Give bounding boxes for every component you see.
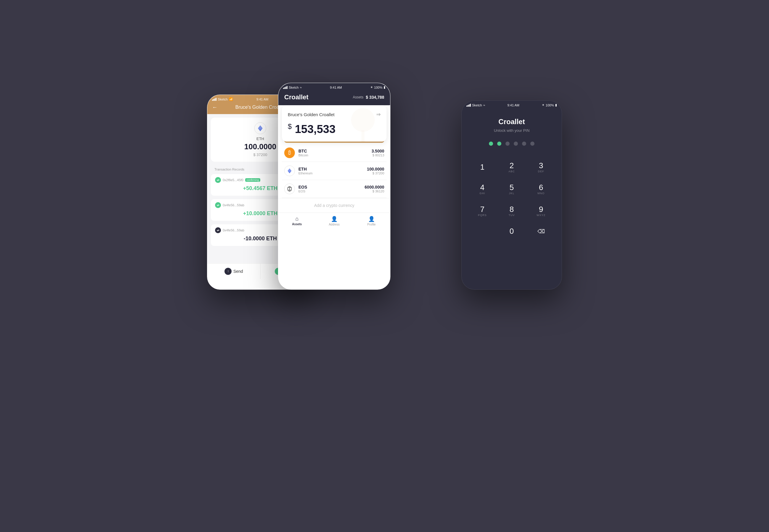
key-7[interactable]: 7 PQRS xyxy=(468,200,497,222)
pin-dot-4 xyxy=(514,142,518,146)
btc-symbol: BTC xyxy=(298,149,368,153)
key-0[interactable]: 0 xyxy=(497,222,526,241)
send-button[interactable]: ↑ Send xyxy=(207,264,260,279)
battery-right: 100% xyxy=(546,103,554,107)
bluetooth-icon-right: ✴ xyxy=(542,103,545,107)
crypto-item-eos[interactable]: EOS EOS 6000.0000 $ 36120 xyxy=(282,180,387,198)
status-bar-right: Sketch ≈ 9:41 AM ✴ 100% ▮ xyxy=(462,101,562,109)
eth-usd: $ 37200 xyxy=(253,153,267,157)
eos-name: EOS xyxy=(298,189,361,193)
eth-amount-center: 100.0000 xyxy=(367,167,384,171)
pin-dot-2 xyxy=(497,142,501,146)
eth-amount: 100.0000 xyxy=(244,142,276,151)
nav-assets[interactable]: ⌂ Assets xyxy=(278,213,315,228)
key-4[interactable]: 4 GHI xyxy=(468,178,497,200)
btc-info: BTC Bitcoin xyxy=(298,149,368,157)
assets-icon: ⌂ xyxy=(295,216,299,222)
key-6[interactable]: 6 MNO xyxy=(527,178,556,200)
crypto-list: ₿ BTC Bitcoin 3.5000 $ 80213 xyxy=(278,144,390,198)
profile-icon: 👤 xyxy=(368,216,375,222)
key-3[interactable]: 3 DEF xyxy=(527,156,556,178)
wifi-icon-right: ≈ xyxy=(483,103,485,107)
key-5-num: 5 xyxy=(510,184,514,191)
svg-line-4 xyxy=(354,141,363,142)
scene: Sketch 📶 9:41 AM 📶 100% ▮ ← Bruce's Gold… xyxy=(207,59,562,473)
eos-usd: $ 36120 xyxy=(365,189,384,193)
eth-info: ETH Ethereum xyxy=(298,167,363,175)
battery-center: 100% xyxy=(374,86,382,89)
pin-content: Croallet Unlock with your PIN 1 2 A xyxy=(462,109,562,247)
back-button[interactable]: ← xyxy=(212,104,217,111)
address-nav-label: Address xyxy=(329,223,340,226)
carrier-center: Sketch xyxy=(289,86,299,89)
key-6-letters: MNO xyxy=(538,192,545,195)
eth-values: 100.0000 $ 37200 xyxy=(367,167,384,175)
key-5[interactable]: 5 JKL xyxy=(497,178,526,200)
pin-keypad: 1 2 ABC 3 DEF 4 GHI 5 JKL xyxy=(468,156,556,241)
svg-line-5 xyxy=(363,141,372,142)
tree-bg-icon xyxy=(336,105,387,142)
btc-name: Bitcoin xyxy=(298,153,368,157)
eth-symbol: ETH xyxy=(298,167,363,171)
assets-value: $ 334,788 xyxy=(366,95,384,100)
key-4-num: 4 xyxy=(480,184,484,191)
tx-icon-3: ⇄ xyxy=(215,227,221,233)
key-1-num: 1 xyxy=(480,163,484,171)
tx-addr-2: 0x4fe56...59ab xyxy=(223,203,244,207)
key-3-num: 3 xyxy=(539,162,543,169)
battery-icon-right: ▮ xyxy=(555,103,557,107)
pin-dot-6 xyxy=(530,142,535,146)
crypto-item-eth[interactable]: ETH Ethereum 100.0000 $ 37200 xyxy=(282,162,387,180)
key-5-letters: JKL xyxy=(509,192,515,195)
wifi-icon: 📶 xyxy=(229,97,233,101)
pin-dot-1 xyxy=(489,142,493,146)
key-4-letters: GHI xyxy=(480,192,485,195)
tx-addr-1: 0x2f8e5...45f0 xyxy=(223,178,243,182)
phone-right: Sketch ≈ 9:41 AM ✴ 100% ▮ Croallet Unloc… xyxy=(462,100,562,290)
wifi-icon-center: ≈ xyxy=(300,86,302,89)
nav-address[interactable]: 👤 Address xyxy=(315,213,353,228)
assets-label: Assets xyxy=(353,95,363,99)
eth-usd-center: $ 37200 xyxy=(367,171,384,175)
btc-usd: $ 80213 xyxy=(371,153,384,157)
app-title: Croallet xyxy=(284,93,308,101)
signal-icon-right xyxy=(467,104,471,107)
add-crypto-button[interactable]: Add a crypto currency xyxy=(278,198,390,213)
crypto-item-btc[interactable]: ₿ BTC Bitcoin 3.5000 $ 80213 xyxy=(282,144,387,162)
key-8-letters: TUV xyxy=(509,214,515,217)
key-3-letters: DEF xyxy=(538,170,544,173)
send-icon: ↑ xyxy=(224,268,231,275)
bluetooth-icon-center: ✴ xyxy=(370,85,373,89)
key-7-letters: PQRS xyxy=(478,214,487,217)
key-9-letters: WXYZ xyxy=(537,214,545,217)
signal-icon xyxy=(212,98,216,101)
dollar-sign: $ xyxy=(288,122,292,130)
assets-info: Assets $ 334,788 xyxy=(353,95,384,100)
key-2[interactable]: 2 ABC xyxy=(497,156,526,178)
eos-amount: 6000.0000 xyxy=(365,185,384,189)
eth-full-name: Ethereum xyxy=(298,171,363,175)
send-label: Send xyxy=(233,269,243,274)
pin-dot-5 xyxy=(522,142,526,146)
key-8[interactable]: 8 TUV xyxy=(497,200,526,222)
key-9-num: 9 xyxy=(539,205,543,213)
svg-rect-3 xyxy=(361,130,364,142)
key-backspace[interactable]: ⌫ xyxy=(527,222,556,241)
eth-icon xyxy=(254,122,266,134)
eos-symbol: EOS xyxy=(298,185,361,189)
key-8-num: 8 xyxy=(510,205,514,213)
key-0-num: 0 xyxy=(510,227,514,235)
svg-point-2 xyxy=(351,108,375,132)
eos-icon xyxy=(284,184,295,194)
time-right: 9:41 AM xyxy=(508,103,519,107)
tx-icon-2: ⇄ xyxy=(215,202,221,208)
add-crypto-label: Add a crypto currency xyxy=(314,203,354,208)
eth-coin-label: ETH xyxy=(256,137,264,141)
key-1[interactable]: 1 xyxy=(468,156,497,178)
key-9[interactable]: 9 WXYZ xyxy=(527,200,556,222)
key-backspace-icon: ⌫ xyxy=(538,229,545,234)
bottom-nav-center: ⌂ Assets 👤 Address 👤 Profile xyxy=(278,213,390,228)
nav-profile[interactable]: 👤 Profile xyxy=(353,213,390,228)
battery-icon-center: ▮ xyxy=(383,85,386,89)
address-icon: 👤 xyxy=(331,216,337,222)
